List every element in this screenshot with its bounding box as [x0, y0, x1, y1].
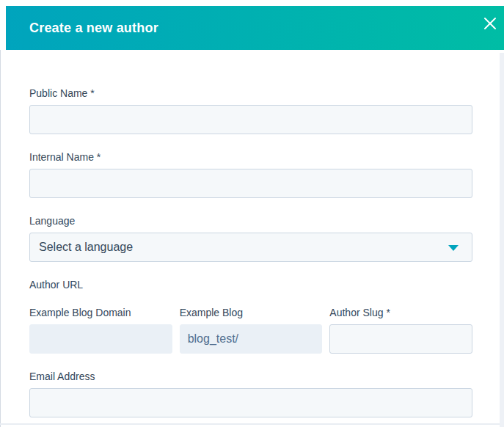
modal-header: Create a new author [6, 6, 504, 50]
field-language: Language Select a language [29, 216, 472, 262]
internal-name-input[interactable] [29, 169, 472, 198]
public-name-label: Public Name * [29, 88, 472, 98]
chevron-down-icon [448, 245, 459, 251]
create-author-modal: Create a new author Public Name * Intern… [0, 0, 504, 427]
author-url-columns: Example Blog Domain Example Blog Author … [29, 307, 472, 354]
email-address-label: Email Address [29, 371, 472, 382]
public-name-input[interactable] [29, 105, 472, 134]
author-slug-input[interactable] [329, 324, 472, 354]
scrollbar[interactable] [500, 53, 504, 427]
field-email-address: Email Address [29, 371, 472, 417]
example-blog-label: Example Blog [180, 307, 323, 318]
internal-name-label: Internal Name * [29, 152, 472, 162]
language-select[interactable]: Select a language [29, 233, 472, 262]
field-author-slug: Author Slug * [329, 307, 472, 354]
field-example-blog-domain: Example Blog Domain [29, 307, 172, 354]
field-public-name: Public Name * [29, 88, 472, 134]
email-address-input[interactable] [29, 388, 472, 417]
language-label: Language [29, 216, 472, 226]
field-example-blog: Example Blog [180, 307, 323, 354]
field-author-url: Author URL Example Blog Domain Example B… [29, 280, 472, 354]
modal-bottom-edge [0, 423, 504, 425]
modal-body: Public Name * Internal Name * Language S… [0, 50, 504, 427]
modal-title: Create a new author [29, 21, 158, 36]
example-blog-domain-input [29, 324, 172, 354]
modal-left-edge [0, 50, 1, 427]
language-select-value: Select a language [39, 241, 133, 254]
example-blog-domain-label: Example Blog Domain [29, 307, 172, 318]
author-slug-label: Author Slug * [329, 307, 472, 318]
author-url-label: Author URL [29, 280, 472, 290]
close-icon [483, 17, 497, 30]
field-internal-name: Internal Name * [29, 152, 472, 198]
close-button[interactable] [483, 16, 497, 31]
example-blog-input [180, 324, 323, 354]
